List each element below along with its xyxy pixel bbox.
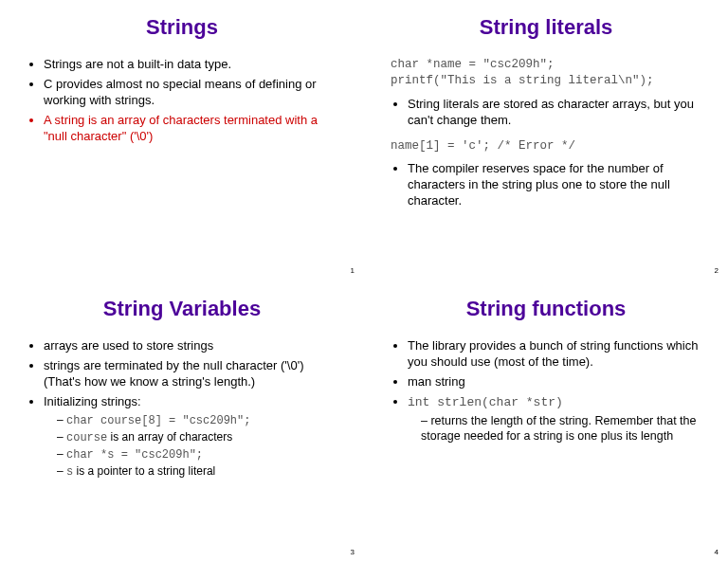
bullet-item: man string — [408, 374, 701, 390]
sub-list: char course[8] = "csc209h"; course is an… — [44, 412, 337, 480]
bullet-item: C provides almost no special means of de… — [44, 77, 337, 109]
slide-title: Strings — [27, 15, 337, 40]
page-number: 4 — [715, 548, 719, 556]
sub-item: course is an array of characters — [57, 429, 337, 445]
slide-string-variables: String Variables arrays are used to stor… — [0, 281, 364, 562]
slide-title: String literals — [391, 15, 701, 40]
bullet-item: Strings are not a built-in data type. — [44, 57, 337, 73]
bullet-list: The compiler reserves space for the numb… — [391, 161, 701, 209]
slide-title: String Variables — [27, 297, 337, 321]
slide-string-literals: String literals char *name = "csc209h"; … — [364, 0, 728, 281]
bullet-item-emphasis: A string is an array of characters termi… — [44, 113, 337, 145]
bullet-text: Initializing strings: — [44, 394, 141, 408]
bullet-item: Initializing strings: char course[8] = "… — [44, 394, 337, 480]
sub-text: is an array of characters — [107, 430, 232, 444]
bullet-item: String literals are stored as character … — [408, 97, 701, 129]
bullet-list: arrays are used to store strings strings… — [27, 338, 337, 480]
bullet-item: arrays are used to store strings — [44, 338, 337, 354]
bullet-item: The compiler reserves space for the numb… — [408, 161, 701, 209]
code-block: name[1] = 'c'; /* Error */ — [391, 138, 701, 154]
slide-title: String functions — [391, 297, 701, 321]
sub-item: char *s = "csc209h"; — [57, 446, 337, 462]
bullet-list: The library provides a bunch of string f… — [391, 338, 701, 444]
code-inline: char *s = "csc209h"; — [66, 448, 203, 462]
bullet-item: int strlen(char *str) returns the length… — [408, 394, 701, 445]
code-inline: char course[8] = "csc209h"; — [66, 414, 250, 427]
sub-text: is a pointer to a string literal — [73, 464, 215, 478]
page-number: 2 — [715, 266, 719, 275]
sub-item: s is a pointer to a string literal — [57, 463, 337, 480]
page-number: 3 — [351, 548, 355, 556]
page-number: 1 — [351, 266, 355, 275]
slide-string-functions: String functions The library provides a … — [364, 281, 728, 562]
code-inline: int strlen(char *str) — [408, 395, 563, 409]
code-block: char *name = "csc209h"; printf("This is … — [391, 57, 701, 89]
code-inline: course — [66, 431, 107, 444]
sub-list: returns the length of the string. Rememb… — [408, 413, 701, 445]
bullet-list: String literals are stored as character … — [391, 97, 701, 129]
bullet-item: strings are terminated by the null chara… — [44, 358, 337, 390]
bullet-item: The library provides a bunch of string f… — [408, 338, 701, 371]
sub-item: char course[8] = "csc209h"; — [57, 412, 337, 428]
sub-item: returns the length of the string. Rememb… — [421, 413, 701, 445]
slide-strings: Strings Strings are not a built-in data … — [0, 0, 364, 281]
bullet-list: Strings are not a built-in data type. C … — [27, 57, 337, 144]
